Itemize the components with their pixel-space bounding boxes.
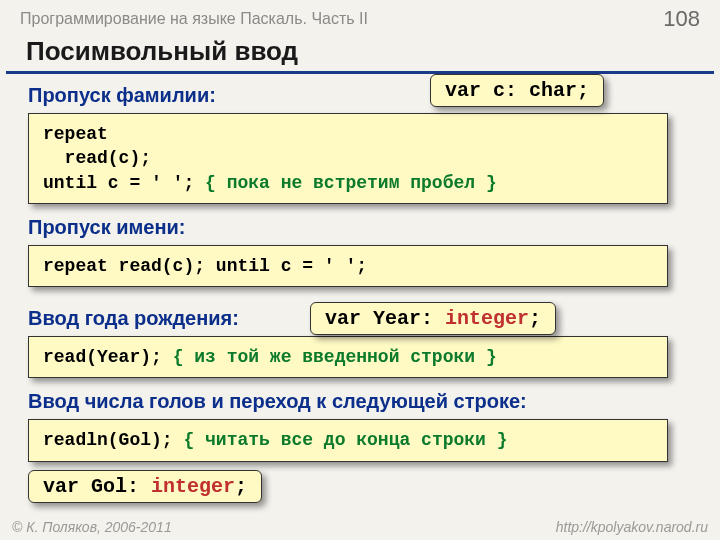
page-number: 108 <box>663 6 700 32</box>
callout-type: integer <box>151 475 235 498</box>
code-line: readln(Gol); <box>43 430 183 450</box>
callout-text: var Gol: <box>43 475 151 498</box>
slide-footer: © К. Поляков, 2006-2011 http://kpolyakov… <box>0 519 720 535</box>
code-skip-name: repeat read(c); until c = ' '; <box>28 245 668 287</box>
callout-text: ; <box>529 307 541 330</box>
code-skip-surname: repeat read(c); until c = ' '; { пока не… <box>28 113 668 204</box>
code-line: repeat <box>43 124 108 144</box>
code-year: read(Year); { из той же введенной строки… <box>28 336 668 378</box>
slide-title: Посимвольный ввод <box>6 34 714 74</box>
callout-var-gol: var Gol: integer; <box>28 470 262 503</box>
callout-var-c: var c: char; <box>430 74 604 107</box>
callout-type: integer <box>445 307 529 330</box>
callout-var-year: var Year: integer; <box>310 302 556 335</box>
code-comment: { из той же введенной строки } <box>173 347 497 367</box>
heading-gol: Ввод числа голов и переход к следующей с… <box>28 390 692 413</box>
code-gol: readln(Gol); { читать все до конца строк… <box>28 419 668 461</box>
slide-header: Программирование на языке Паскаль. Часть… <box>0 0 720 34</box>
heading-skip-name: Пропуск имени: <box>28 216 692 239</box>
callout-text: var Year: <box>325 307 445 330</box>
code-comment: { читать все до конца строки } <box>183 430 507 450</box>
heading-year: Ввод года рождения: <box>28 307 239 330</box>
code-line: read(c); <box>43 148 151 168</box>
code-line: until c = ' '; <box>43 173 205 193</box>
course-title: Программирование на языке Паскаль. Часть… <box>20 10 368 28</box>
callout-text: ; <box>235 475 247 498</box>
code-line: read(Year); <box>43 347 173 367</box>
footer-copyright: © К. Поляков, 2006-2011 <box>12 519 172 535</box>
code-comment: { пока не встретим пробел } <box>205 173 497 193</box>
footer-url: http://kpolyakov.narod.ru <box>556 519 708 535</box>
slide-content: Пропуск фамилии: var c: char; repeat rea… <box>0 84 720 503</box>
code-line: repeat read(c); until c = ' '; <box>43 256 367 276</box>
